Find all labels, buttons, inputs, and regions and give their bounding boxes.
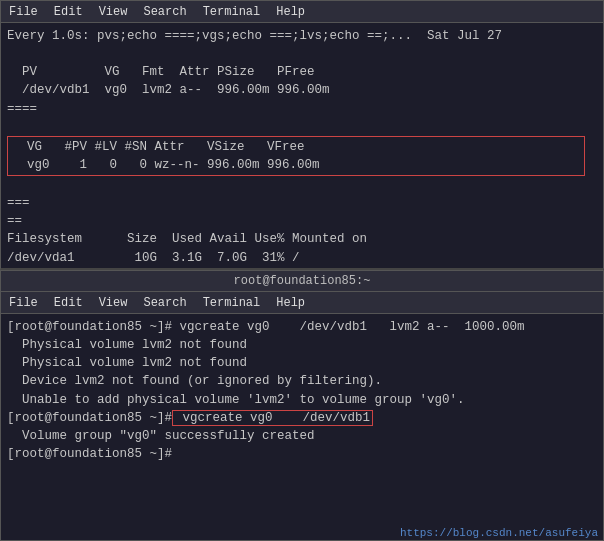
top-line-7: VG #PV #LV #SN Attr VSize VFree [12, 138, 580, 156]
bottom-title-text: root@foundation85:~ [234, 274, 371, 288]
watermark-text: https://blog.csdn.net/asufeiya [400, 527, 598, 539]
top-line-5: ==== [7, 100, 597, 118]
bottom-line-3: Physical volume lvm2 not found [7, 354, 597, 372]
top-line-8: vg0 1 0 0 wz--n- 996.00m 996.00m [12, 156, 580, 174]
top-line-10: === [7, 194, 597, 212]
menu-terminal[interactable]: Terminal [203, 5, 261, 19]
bottom-line-6: [root@foundation85 ~]# vgcreate vg0 /dev… [7, 409, 597, 427]
top-line-12: Filesystem Size Used Avail Use% Mounted … [7, 230, 597, 248]
top-line-1: Every 1.0s: pvs;echo ====;vgs;echo ===;l… [7, 27, 597, 45]
menu-edit[interactable]: Edit [54, 5, 83, 19]
bottom-menu-terminal[interactable]: Terminal [203, 296, 261, 310]
bottom-title-bar: root@foundation85:~ [1, 271, 603, 292]
bottom-line-8: [root@foundation85 ~]# [7, 445, 597, 463]
bottom-line-5: Unable to add physical volume 'lvm2' to … [7, 391, 597, 409]
top-terminal-content: Every 1.0s: pvs;echo ====;vgs;echo ===;l… [1, 23, 603, 268]
bottom-line-1: [root@foundation85 ~]# vgcreate vg0 /dev… [7, 318, 597, 336]
top-line-13: /dev/vda1 10G 3.1G 7.0G 31% / [7, 249, 597, 267]
top-menu-bar[interactable]: File Edit View Search Terminal Help [1, 1, 603, 23]
bottom-menu-bar[interactable]: File Edit View Search Terminal Help [1, 292, 603, 314]
bottom-terminal-content: [root@foundation85 ~]# vgcreate vg0 /dev… [1, 314, 603, 540]
top-line-11: == [7, 212, 597, 230]
top-line-3: PV VG Fmt Attr PSize PFree [7, 63, 597, 81]
menu-view[interactable]: View [99, 5, 128, 19]
top-line-2 [7, 45, 597, 63]
vgcreate-cmd-highlight: vgcreate vg0 /dev/vdb1 [172, 410, 373, 426]
top-line-4: /dev/vdb1 vg0 lvm2 a-- 996.00m 996.00m [7, 81, 597, 99]
menu-help[interactable]: Help [276, 5, 305, 19]
bottom-terminal-window: root@foundation85:~ File Edit View Searc… [0, 270, 604, 541]
bottom-menu-help[interactable]: Help [276, 296, 305, 310]
bottom-menu-view[interactable]: View [99, 296, 128, 310]
bottom-menu-search[interactable]: Search [143, 296, 186, 310]
bottom-line-4: Device lvm2 not found (or ignored by fil… [7, 372, 597, 390]
menu-search[interactable]: Search [143, 5, 186, 19]
top-line-6 [7, 118, 597, 136]
vgs-highlight-box: VG #PV #LV #SN Attr VSize VFree vg0 1 0 … [7, 136, 585, 176]
bottom-line-2: Physical volume lvm2 not found [7, 336, 597, 354]
menu-file[interactable]: File [9, 5, 38, 19]
main-container: File Edit View Search Terminal Help Ever… [0, 0, 604, 541]
bottom-line-7: Volume group "vg0" successfully created [7, 427, 597, 445]
top-terminal-window: File Edit View Search Terminal Help Ever… [0, 0, 604, 270]
top-line-9 [7, 176, 597, 194]
bottom-menu-edit[interactable]: Edit [54, 296, 83, 310]
bottom-menu-file[interactable]: File [9, 296, 38, 310]
